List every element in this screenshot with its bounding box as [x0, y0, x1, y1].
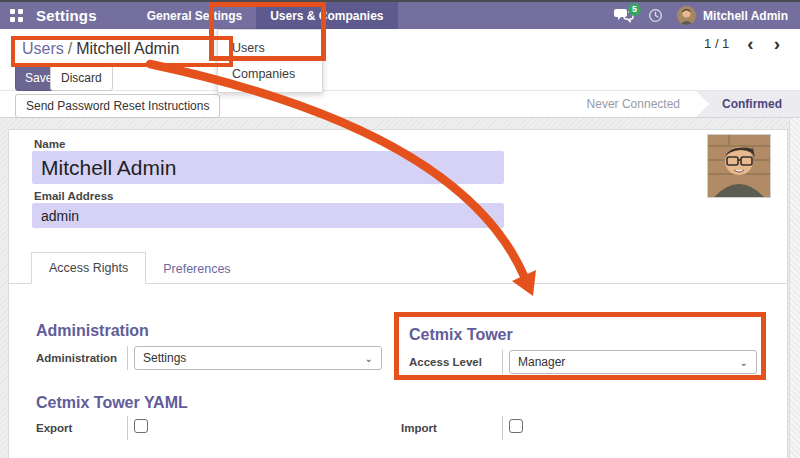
- access-level-select-value: Manager: [518, 355, 565, 369]
- export-checkbox[interactable]: [134, 419, 148, 433]
- status-step-never-connected[interactable]: Never Connected: [571, 91, 696, 117]
- export-field-label: Export: [36, 422, 72, 434]
- record-pager: 1 / 1 ‹ ›: [704, 36, 782, 51]
- status-step-confirmed[interactable]: Confirmed: [696, 91, 800, 117]
- app-title: Settings: [36, 7, 97, 24]
- access-level-select[interactable]: Manager ⌄: [509, 350, 757, 374]
- administration-select-value: Settings: [143, 351, 186, 365]
- label-field-separator: [127, 346, 128, 370]
- top-navbar: Settings General Settings Users & Compan…: [0, 0, 800, 29]
- label-field-separator: [502, 350, 503, 374]
- topbar-right-cluster: 5 Mitchell Admin: [614, 6, 800, 25]
- pager-next-icon[interactable]: ›: [772, 37, 782, 51]
- user-avatar-small: [677, 6, 696, 25]
- section-title-administration: Administration: [36, 322, 149, 340]
- vertical-scrollbar[interactable]: [789, 118, 800, 458]
- notebook-tabs: Access Rights Preferences: [9, 254, 788, 284]
- messages-count-badge: 5: [628, 3, 641, 16]
- dropdown-item-companies[interactable]: Companies: [218, 61, 322, 87]
- messages-menu-button[interactable]: 5: [614, 7, 634, 25]
- name-field-label: Name: [34, 138, 65, 150]
- send-password-reset-button[interactable]: Send Password Reset Instructions: [15, 94, 220, 118]
- discard-button[interactable]: Discard: [50, 65, 113, 91]
- email-input[interactable]: [32, 203, 504, 228]
- form-sheet: Name Email Address Access: [8, 129, 788, 458]
- users-companies-dropdown: Users Companies: [217, 29, 323, 93]
- status-steps: Never Connected Confirmed: [571, 91, 800, 117]
- user-name-label: Mitchell Admin: [703, 9, 788, 23]
- pager-value: 1 / 1: [704, 36, 729, 51]
- menu-general-settings[interactable]: General Settings: [133, 2, 256, 29]
- label-field-separator: [127, 416, 128, 440]
- breadcrumb-separator: /: [68, 40, 72, 57]
- chevron-down-icon: ⌄: [365, 353, 373, 364]
- tab-preferences[interactable]: Preferences: [146, 254, 247, 284]
- user-avatar-photo[interactable]: [707, 134, 771, 198]
- import-checkbox[interactable]: [509, 419, 523, 433]
- breadcrumb-link-users[interactable]: Users: [22, 40, 64, 57]
- grid-dot: [10, 17, 15, 22]
- administration-field-label: Administration: [36, 352, 117, 364]
- section-title-cetmix-tower-yaml: Cetmix Tower YAML: [36, 394, 188, 412]
- activities-clock-icon[interactable]: [648, 8, 663, 23]
- grid-dot: [18, 17, 23, 22]
- administration-select[interactable]: Settings ⌄: [134, 346, 382, 370]
- email-field-label: Email Address: [34, 190, 113, 202]
- grid-dot: [10, 9, 15, 14]
- name-input[interactable]: [32, 151, 504, 184]
- breadcrumb-current: Mitchell Admin: [76, 40, 179, 57]
- import-field-label: Import: [401, 422, 437, 434]
- settings-page: Settings General Settings Users & Compan…: [0, 0, 800, 458]
- chevron-down-icon: ⌄: [740, 357, 748, 368]
- pager-previous-icon[interactable]: ‹: [745, 37, 755, 51]
- form-statusbar: Send Password Reset Instructions Never C…: [0, 91, 800, 118]
- access-level-field-label: Access Level: [409, 356, 482, 368]
- label-field-separator: [502, 416, 503, 440]
- section-title-cetmix-tower: Cetmix Tower: [409, 326, 513, 344]
- grid-dot: [18, 9, 23, 14]
- breadcrumb-row: Users/Mitchell Admin: [0, 31, 800, 63]
- apps-grid-icon[interactable]: [10, 9, 23, 22]
- breadcrumb: Users/Mitchell Admin: [22, 40, 179, 58]
- menu-users-companies[interactable]: Users & Companies: [256, 2, 397, 29]
- form-buttons-row: Save Discard: [0, 62, 800, 91]
- tab-access-rights[interactable]: Access Rights: [31, 252, 146, 284]
- user-menu-button[interactable]: Mitchell Admin: [677, 6, 788, 25]
- dropdown-item-users[interactable]: Users: [218, 35, 322, 61]
- main-menu: General Settings Users & Companies: [133, 2, 398, 29]
